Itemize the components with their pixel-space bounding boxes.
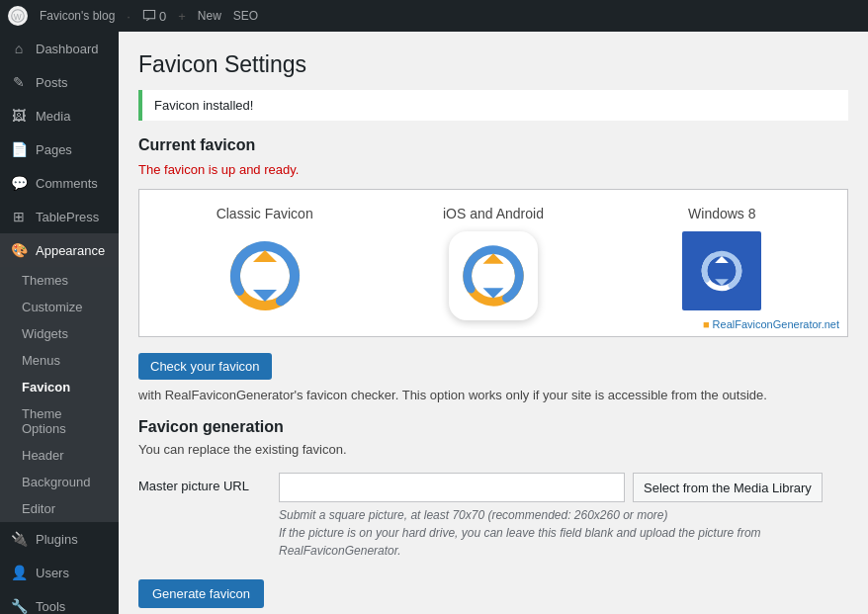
sidebar-item-editor[interactable]: Editor: [0, 495, 119, 522]
sidebar-item-appearance[interactable]: 🎨 Appearance: [0, 233, 119, 267]
ios-label: iOS and Android: [443, 206, 544, 221]
sidebar-item-users[interactable]: 👤 Users: [0, 556, 119, 589]
current-favicon-title: Current favicon: [138, 136, 848, 154]
sidebar-item-header[interactable]: Header: [0, 442, 119, 469]
master-url-label: Master picture URL: [138, 473, 267, 493]
svg-text:W: W: [14, 12, 22, 22]
sidebar-item-dashboard[interactable]: ⌂ Dashboard: [0, 32, 119, 65]
form-hint: Submit a square picture, at least 70x70 …: [279, 506, 848, 560]
classic-icon: [220, 231, 309, 320]
master-url-input[interactable]: [279, 473, 625, 502]
sidebar: ⌂ Dashboard ✎ Posts 🖼 Media 📄 Pages 💬 Co…: [0, 32, 119, 614]
notice-installed: Favicon installed!: [138, 90, 848, 121]
site-name[interactable]: Favicon's blog: [40, 9, 115, 23]
sidebar-item-menus[interactable]: Menus: [0, 347, 119, 374]
check-favicon-button[interactable]: Check your favicon: [138, 353, 272, 380]
new-link[interactable]: New: [198, 9, 221, 23]
rfg-link[interactable]: ■ RealFaviconGenerator.net: [703, 318, 839, 330]
comments-link[interactable]: 0: [142, 9, 166, 24]
sidebar-item-themes[interactable]: Themes: [0, 267, 119, 294]
sidebar-item-media[interactable]: 🖼 Media: [0, 99, 119, 132]
favicon-preview-box: Classic Favicon iOS and Android: [138, 189, 848, 337]
appearance-icon: 🎨: [10, 241, 28, 259]
form-input-row: Select from the Media Library: [279, 473, 848, 502]
sidebar-item-plugins[interactable]: 🔌 Plugins: [0, 522, 119, 556]
sidebar-item-customize[interactable]: Customize: [0, 294, 119, 320]
check-desc: with RealFaviconGenerator's favicon chec…: [138, 388, 767, 402]
sidebar-item-background[interactable]: Background: [0, 469, 119, 495]
status-text: The favicon is up and ready.: [138, 162, 848, 177]
form-controls: Select from the Media Library Submit a s…: [279, 473, 848, 560]
sidebar-item-widgets[interactable]: Widgets: [0, 320, 119, 347]
favicon-ios-col: iOS and Android: [384, 206, 602, 320]
layout: ⌂ Dashboard ✎ Posts 🖼 Media 📄 Pages 💬 Co…: [0, 32, 868, 614]
dashboard-icon: ⌂: [10, 40, 28, 57]
users-icon: 👤: [10, 564, 28, 581]
sidebar-item-posts[interactable]: ✎ Posts: [0, 65, 119, 99]
comments-icon: 💬: [10, 174, 28, 192]
generation-desc: You can replace the existing favicon.: [138, 442, 848, 457]
media-icon: 🖼: [10, 107, 28, 125]
seo-link[interactable]: SEO: [233, 9, 258, 23]
tablepress-icon: ⊞: [10, 208, 28, 225]
classic-label: Classic Favicon: [217, 206, 313, 221]
top-bar: W Favicon's blog · 0 + New SEO: [0, 0, 868, 32]
sidebar-item-theme-options[interactable]: Theme Options: [0, 400, 119, 442]
favicon-classic-col: Classic Favicon: [155, 206, 374, 320]
sep2: +: [178, 9, 186, 24]
generate-favicon-button[interactable]: Generate favicon: [138, 579, 264, 608]
pages-icon: 📄: [10, 140, 28, 158]
master-url-row: Master picture URL Select from the Media…: [138, 473, 848, 560]
generation-title: Favicon generation: [138, 418, 848, 436]
check-area: Check your favicon with RealFaviconGener…: [138, 353, 848, 402]
win-label: Windows 8: [688, 206, 755, 221]
sep1: ·: [127, 9, 130, 24]
sidebar-submenu-appearance: Themes Customize Widgets Menus Favicon T…: [0, 267, 119, 522]
sidebar-item-pages[interactable]: 📄 Pages: [0, 132, 119, 166]
sidebar-item-favicon[interactable]: Favicon: [0, 374, 119, 400]
sidebar-item-tablepress[interactable]: ⊞ TablePress: [0, 200, 119, 233]
page-title: Favicon Settings: [138, 51, 848, 78]
select-media-button[interactable]: Select from the Media Library: [633, 473, 823, 502]
content-wrap: Favicon Settings Favicon installed! Curr…: [119, 32, 868, 614]
wp-logo[interactable]: W: [8, 6, 28, 26]
sidebar-item-tools[interactable]: 🔧 Tools: [0, 589, 119, 614]
ios-icon: [449, 231, 538, 320]
sidebar-item-comments[interactable]: 💬 Comments: [0, 166, 119, 200]
win-icon: [682, 231, 761, 310]
main-content: Favicon Settings Favicon installed! Curr…: [119, 32, 868, 614]
plugins-icon: 🔌: [10, 530, 28, 548]
tools-icon: 🔧: [10, 597, 28, 614]
favicon-win-col: Windows 8: [613, 206, 831, 320]
posts-icon: ✎: [10, 73, 28, 91]
